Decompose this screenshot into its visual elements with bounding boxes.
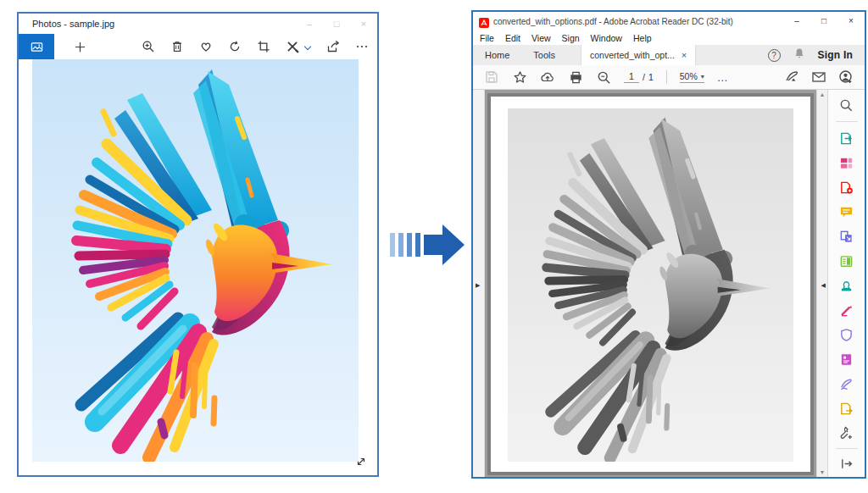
menu-help[interactable]: Help <box>633 33 652 43</box>
add-button[interactable] <box>73 40 87 54</box>
close-button[interactable]: × <box>837 12 865 30</box>
acrobat-main-area: ▶ ▲ ▼ ◀ <box>473 90 865 477</box>
certificates-icon[interactable] <box>838 375 855 392</box>
save-icon[interactable] <box>484 69 499 85</box>
fill-sign-pen-icon[interactable] <box>784 69 799 85</box>
tabbar-right-cluster: ? Sign In <box>768 45 865 65</box>
hummingbird-artwork-grayscale <box>508 108 793 462</box>
favorite-heart-icon[interactable] <box>198 40 213 54</box>
photos-window: Photos - sample.jpg – □ × <box>17 12 379 477</box>
page-number-input[interactable]: 1 <box>624 71 639 83</box>
expand-fullscreen-icon[interactable] <box>355 456 367 471</box>
page-divider: / <box>643 72 645 82</box>
search-icon[interactable] <box>838 97 855 114</box>
pdf-image-grayscale <box>508 108 793 462</box>
photos-window-title: Photos - sample.jpg <box>19 19 296 29</box>
share-icon[interactable] <box>326 40 340 54</box>
more-tools-icon[interactable] <box>838 424 855 441</box>
request-signatures-icon[interactable] <box>838 400 855 417</box>
acrobat-window-title: converted_with_options.pdf - Adobe Acrob… <box>493 17 783 26</box>
notifications-bell-icon[interactable] <box>793 47 805 63</box>
picture-icon <box>30 40 44 54</box>
help-icon[interactable]: ? <box>768 49 781 62</box>
tab-close-icon[interactable]: × <box>682 50 687 60</box>
zoom-in-icon[interactable] <box>141 40 155 54</box>
tab-document[interactable]: converted_with_opt... × <box>581 45 696 65</box>
rail-bottom-cluster <box>828 448 865 472</box>
photos-toolbar <box>19 34 377 59</box>
acrobat-tabbar: Home Tools converted_with_opt... × ? Sig… <box>473 45 865 65</box>
star-favorite-icon[interactable] <box>512 69 527 85</box>
tab-document-label: converted_with_opt... <box>590 50 675 60</box>
collection-view-button[interactable] <box>19 34 54 59</box>
collapse-tools-pane-icon[interactable]: ◀ <box>821 282 826 289</box>
organize-pages-icon[interactable] <box>838 154 855 171</box>
menu-view[interactable]: View <box>531 33 551 43</box>
minimize-button[interactable]: – <box>783 12 810 30</box>
photos-toolbar-actions <box>141 40 377 54</box>
menu-file[interactable]: File <box>480 33 494 43</box>
scroll-down-icon[interactable]: ▼ <box>820 469 826 475</box>
zoom-value: 50% <box>680 71 698 81</box>
conversion-arrow-icon <box>388 219 466 271</box>
photos-window-controls: – □ × <box>296 14 377 34</box>
open-nav-pane-icon[interactable]: ▶ <box>476 282 480 289</box>
menu-edit[interactable]: Edit <box>505 33 520 43</box>
tools-rail <box>827 90 865 477</box>
document-viewport <box>485 90 816 477</box>
edit-create-icon[interactable] <box>285 40 299 54</box>
protect-icon[interactable] <box>838 326 855 343</box>
comment-icon[interactable] <box>838 203 855 220</box>
page-controls: 1 / 1 <box>624 71 654 83</box>
edit-pdf-icon[interactable] <box>838 252 855 269</box>
toolbar-separator <box>666 70 667 84</box>
tab-home[interactable]: Home <box>473 45 521 65</box>
stamp-icon[interactable] <box>838 277 855 294</box>
navigation-pane-strip[interactable]: ▶ <box>473 90 485 477</box>
combine-files-icon[interactable] <box>838 228 855 245</box>
export-pdf-icon[interactable] <box>838 130 855 147</box>
menu-window[interactable]: Window <box>591 33 622 43</box>
send-mail-icon[interactable] <box>811 69 826 85</box>
delete-icon[interactable] <box>170 40 184 54</box>
hummingbird-artwork <box>32 59 359 462</box>
acrobat-toolbar: 1 / 1 50% ▾ … <box>473 65 865 90</box>
close-button[interactable]: × <box>350 14 377 34</box>
page-total: 1 <box>648 72 654 82</box>
tab-tools[interactable]: Tools <box>521 45 567 65</box>
crop-icon[interactable] <box>256 40 270 54</box>
rail-divider <box>836 121 858 122</box>
maximize-button[interactable]: □ <box>810 12 837 30</box>
menu-sign[interactable]: Sign <box>562 33 580 43</box>
cloud-share-icon[interactable] <box>540 69 555 85</box>
acrobat-window: converted_with_options.pdf - Adobe Acrob… <box>471 10 866 479</box>
acrobat-titlebar: converted_with_options.pdf - Adobe Acrob… <box>473 12 865 30</box>
minimize-button[interactable]: – <box>296 14 323 34</box>
create-pdf-icon[interactable] <box>838 179 855 196</box>
find-icon[interactable] <box>596 69 611 85</box>
zoom-caret-icon: ▾ <box>701 73 704 80</box>
edit-dropdown-chevron-icon[interactable] <box>304 42 311 49</box>
pdf-page <box>487 93 814 475</box>
rotate-icon[interactable] <box>227 40 242 54</box>
account-add-icon[interactable] <box>838 69 854 85</box>
acrobat-menubar: File Edit View Sign Window Help <box>473 30 865 45</box>
acrobat-window-controls: – □ × <box>783 12 865 30</box>
photos-titlebar: Photos - sample.jpg – □ × <box>19 14 377 34</box>
sign-in-button[interactable]: Sign In <box>818 49 853 61</box>
photo-sample-jpg <box>32 59 359 462</box>
acrobat-app-icon <box>479 16 489 26</box>
print-icon[interactable] <box>568 69 583 85</box>
rail-divider <box>836 448 858 449</box>
open-tools-pane-icon[interactable] <box>838 455 855 472</box>
maximize-button[interactable]: □ <box>323 14 350 34</box>
toolbar-more-icon[interactable]: … <box>717 71 729 84</box>
see-more-icon[interactable] <box>354 40 369 54</box>
zoom-level-select[interactable]: 50% ▾ <box>680 71 704 83</box>
screenshot-canvas: Photos - sample.jpg – □ × <box>0 0 868 493</box>
fill-and-sign-icon[interactable] <box>838 302 855 319</box>
scroll-up-icon[interactable]: ▲ <box>820 91 826 97</box>
scan-ocr-icon[interactable] <box>838 351 855 368</box>
toolbar-right-cluster <box>784 69 854 85</box>
